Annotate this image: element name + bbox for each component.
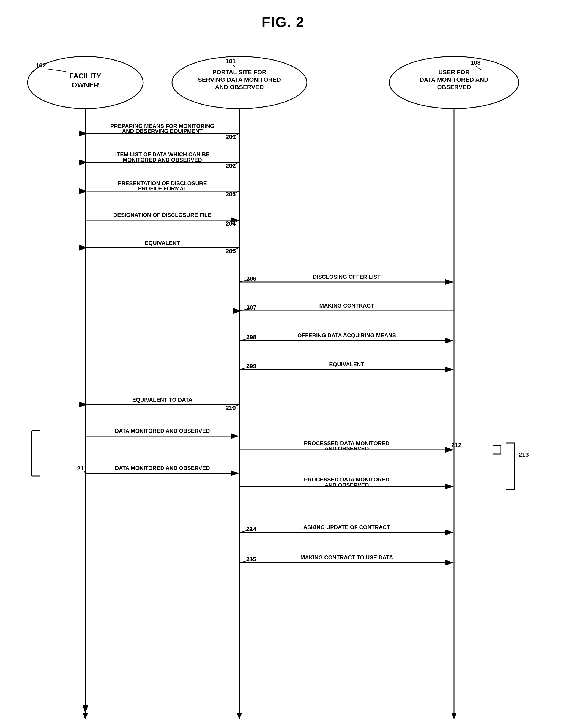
- svg-text:EQUIVALENT: EQUIVALENT: [329, 361, 364, 367]
- svg-text:207: 207: [246, 304, 256, 311]
- svg-text:DATA MONITORED AND OBSERVED: DATA MONITORED AND OBSERVED: [115, 428, 210, 434]
- svg-text:215: 215: [246, 556, 256, 563]
- sequence-diagram: FACILITY OWNER 102 PORTAL SITE FOR SERVI…: [0, 47, 566, 724]
- svg-text:AND OBSERVED: AND OBSERVED: [325, 445, 369, 451]
- svg-text:AND OBSERVING EQUIPMENT: AND OBSERVING EQUIPMENT: [122, 128, 203, 134]
- svg-text:202: 202: [226, 162, 236, 169]
- svg-text:214: 214: [246, 526, 256, 532]
- svg-text:MONITORED AND OBSERVED: MONITORED AND OBSERVED: [123, 157, 202, 163]
- svg-text:DATA MONITORED AND: DATA MONITORED AND: [420, 76, 488, 83]
- svg-text:DISCLOSING OFFER LIST: DISCLOSING OFFER LIST: [313, 274, 381, 280]
- svg-text:FACILITY: FACILITY: [69, 72, 101, 80]
- svg-text:USER FOR: USER FOR: [438, 69, 470, 76]
- svg-text:PORTAL SITE FOR: PORTAL SITE FOR: [212, 69, 266, 76]
- svg-marker-99: [451, 713, 457, 719]
- svg-text:203: 203: [226, 191, 236, 198]
- svg-text:MAKING CONTRACT: MAKING CONTRACT: [319, 303, 374, 309]
- svg-text:103: 103: [471, 59, 481, 66]
- svg-text:210: 210: [226, 404, 236, 411]
- svg-text:SERVING DATA MONITORED: SERVING DATA MONITORED: [198, 76, 281, 83]
- svg-text:201: 201: [226, 133, 236, 140]
- svg-text:OFFERING DATA ACQUIRING MEANS: OFFERING DATA ACQUIRING MEANS: [297, 332, 396, 338]
- svg-marker-98: [237, 713, 242, 719]
- svg-text:DATA MONITORED AND OBSERVED: DATA MONITORED AND OBSERVED: [115, 465, 210, 471]
- svg-text:EQUIVALENT TO DATA: EQUIVALENT TO DATA: [132, 397, 193, 403]
- svg-text:DESIGNATION OF DISCLOSURE FILE: DESIGNATION OF DISCLOSURE FILE: [113, 212, 211, 218]
- svg-text:102: 102: [36, 62, 46, 69]
- svg-text:208: 208: [246, 334, 256, 341]
- figure-title: FIG. 2: [0, 0, 566, 47]
- svg-text:EQUIVALENT: EQUIVALENT: [145, 240, 180, 246]
- svg-text:OWNER: OWNER: [72, 81, 99, 89]
- svg-text:PROFILE FORMAT: PROFILE FORMAT: [138, 185, 187, 191]
- svg-text:ITEM LIST OF DATA WHICH CAN BE: ITEM LIST OF DATA WHICH CAN BE: [115, 151, 210, 157]
- svg-text:212: 212: [451, 442, 461, 448]
- svg-text:AND OBSERVED: AND OBSERVED: [215, 84, 264, 91]
- svg-marker-97: [83, 713, 88, 719]
- svg-text:OBSERVED: OBSERVED: [437, 84, 471, 91]
- svg-text:PROCESSED DATA MONITORED: PROCESSED DATA MONITORED: [304, 477, 389, 483]
- svg-text:209: 209: [246, 363, 256, 370]
- svg-text:205: 205: [226, 248, 236, 254]
- svg-text:211: 211: [77, 465, 87, 472]
- svg-text:ASKING UPDATE OF CONTRACT: ASKING UPDATE OF CONTRACT: [303, 524, 390, 530]
- svg-text:204: 204: [226, 220, 236, 227]
- svg-text:213: 213: [519, 451, 529, 458]
- svg-text:MAKING CONTRACT TO USE DATA: MAKING CONTRACT TO USE DATA: [300, 554, 393, 560]
- svg-text:206: 206: [246, 275, 256, 282]
- svg-text:101: 101: [226, 58, 236, 65]
- svg-text:AND OBSERVED: AND OBSERVED: [325, 482, 369, 488]
